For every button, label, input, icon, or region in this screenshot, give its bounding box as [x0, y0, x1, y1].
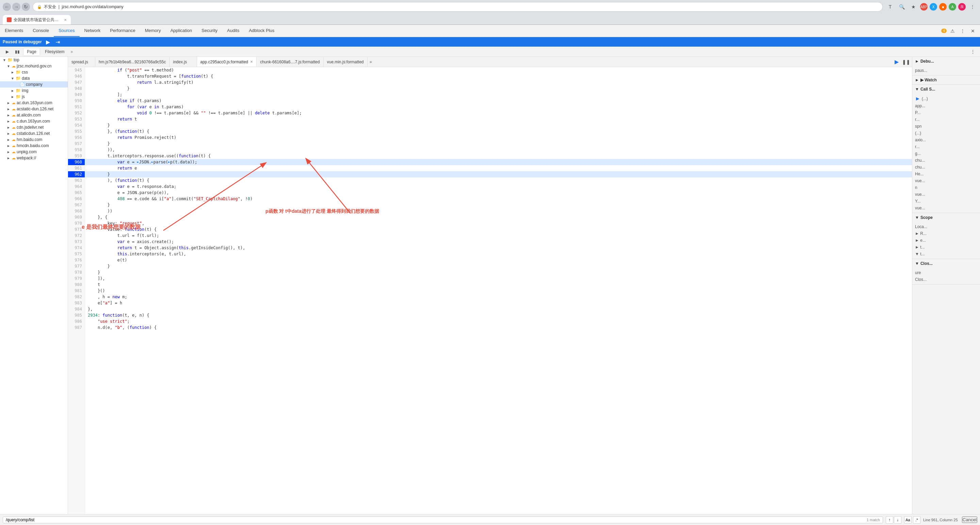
forward-button[interactable]: → [12, 3, 21, 11]
scope-section-header[interactable]: ▼ Scope [912, 213, 980, 222]
step-over-button[interactable]: ⇥ [54, 39, 61, 45]
search-next-button[interactable]: ↓ [894, 516, 901, 523]
subtab-page[interactable]: Page [23, 48, 40, 56]
match-case-button[interactable]: Aa [904, 516, 912, 523]
tab-console[interactable]: Console [28, 25, 54, 37]
code-tab-close-app[interactable]: ✕ [250, 60, 253, 64]
code-tab-vue[interactable]: vue.min.js:formatted [324, 57, 368, 67]
scope-item-e[interactable]: ► e... [915, 237, 977, 244]
scope-item-r[interactable]: ► R... [915, 230, 977, 237]
callstack-item-8[interactable]: r... [915, 143, 977, 150]
sources-format-button[interactable]: ▮▮ [13, 47, 22, 56]
code-run-button[interactable]: ▶ [892, 57, 901, 66]
tree-item-hmcdnbaidu[interactable]: ► ☁ hmcdn.baidu.com [0, 143, 68, 149]
tab-application[interactable]: Application [166, 25, 197, 37]
extension-adblock-button[interactable]: ABP [920, 3, 928, 11]
tree-item-company[interactable]: ► 📄 company [0, 81, 68, 88]
tree-item-css[interactable]: ► 📁 css [0, 69, 68, 75]
tab-security[interactable]: Security [197, 25, 222, 37]
code-tabs-more[interactable]: » [368, 57, 374, 67]
search-button[interactable]: 🔍 [897, 2, 907, 11]
search-bar[interactable]: 1 match [3, 517, 883, 523]
callstack-item-11[interactable]: chu... [915, 164, 977, 171]
code-tab-hm[interactable]: hm.js?b1b4b9ea6...92160766a9c55c [95, 57, 170, 67]
callstack-item-12[interactable]: He... [915, 171, 977, 177]
callstack-item-16[interactable]: Y... [915, 198, 977, 204]
callstack-item-1[interactable]: ► (...) [915, 95, 977, 102]
tab-audits[interactable]: Audits [222, 25, 244, 37]
code-area[interactable]: 945 946 947 948 949 950 951 952 953 954 … [68, 67, 912, 514]
callstack-item-13[interactable]: vue... [915, 177, 977, 184]
scope-item-t2[interactable]: ▼ t... [915, 251, 977, 257]
tree-item-cstatic[interactable]: ► ☁ cstaticdun.126.net [0, 131, 68, 137]
sources-menu-button[interactable]: ⋮ [969, 47, 977, 56]
tree-item-cdun[interactable]: ► ☁ c.dun.163yun.com [0, 118, 68, 124]
tab-close-button[interactable]: ✕ [64, 18, 67, 22]
tree-item-acdun[interactable]: ► ☁ ac.dun.163yun.com [0, 100, 68, 106]
callstack-item-5[interactable]: spn [915, 123, 977, 130]
callstack-item-17[interactable]: vue... [915, 204, 977, 211]
callstack-section-header[interactable]: ▼ Call S... [912, 85, 980, 94]
devtools-warning-button[interactable]: ⚠ [948, 27, 957, 35]
tree-item-alicdn[interactable]: ► ☁ at.alicdn.com [0, 112, 68, 118]
callstack-item-14[interactable]: n [915, 184, 977, 191]
devtools-close-button[interactable]: ✕ [969, 27, 977, 35]
tree-item-js[interactable]: ► 📁 js [0, 94, 68, 100]
callstack-item-15[interactable]: vue... [915, 191, 977, 198]
code-tab-app[interactable]: app.c295acc0.js:formatted ✕ [197, 57, 257, 67]
watch-section-header[interactable]: ► ▶ Watch [912, 76, 980, 85]
menu-button[interactable]: ⋮ [968, 2, 977, 11]
browser-tab-active[interactable]: 全国建筑市场监管公共服务平台 ✕ [3, 15, 71, 24]
debugger-section-header[interactable]: ► Debu... [912, 57, 980, 66]
profile-button[interactable]: A [949, 3, 956, 11]
callstack-item-2[interactable]: app... [915, 102, 977, 109]
callstack-item-10[interactable]: chu... [915, 157, 977, 164]
callstack-item-3[interactable]: P... [915, 109, 977, 116]
tab-adblock[interactable]: Adblock Plus [244, 25, 279, 37]
search-close-button[interactable]: Cancel [962, 517, 978, 523]
search-prev-button[interactable]: ↑ [886, 516, 893, 523]
code-pause-button[interactable]: ❚❚ [902, 57, 911, 66]
tree-item-hmbaidu[interactable]: ► ☁ hm.baidu.com [0, 137, 68, 143]
tab-memory[interactable]: Memory [140, 25, 166, 37]
closure-item-clos[interactable]: Clos... [915, 276, 977, 283]
tree-item-webpack[interactable]: ► ☁ webpack:// [0, 155, 68, 161]
tab-sources[interactable]: Sources [54, 25, 80, 37]
tree-item-acstatic[interactable]: ► ☁ acstatic-dun.126.net [0, 106, 68, 112]
scope-item-local[interactable]: Loca... [915, 223, 977, 230]
tab-performance[interactable]: Performance [105, 25, 140, 37]
closure-item-ure[interactable]: ure [915, 269, 977, 276]
tree-item-unpkg[interactable]: ► ☁ unpkg.com [0, 149, 68, 155]
translate-button[interactable]: T [885, 2, 895, 11]
tree-item-data[interactable]: ▼ 📁 data [0, 75, 68, 81]
closure-section-header[interactable]: ▼ Clos... [912, 259, 980, 268]
callstack-item-9[interactable]: g... [915, 150, 977, 157]
tree-item-img[interactable]: ► 📁 img [0, 88, 68, 94]
user-menu-button[interactable]: 亲 [958, 3, 966, 11]
sources-back-button[interactable]: ▶ [3, 47, 11, 56]
tab-elements[interactable]: Elements [0, 25, 28, 37]
code-tab-spread[interactable]: spread.js [68, 57, 95, 67]
extension-x-button[interactable]: X [930, 3, 937, 11]
back-button[interactable]: ← [3, 3, 11, 11]
extension-button-3[interactable]: ■ [939, 3, 947, 11]
subtab-more[interactable]: » [70, 49, 73, 54]
url-bar[interactable]: 🔒 不安全 | jzsc.mohurd.gov.cn/data/company [33, 2, 883, 11]
tree-item-cdn[interactable]: ► ☁ cdn.jsdelivr.net [0, 124, 68, 131]
callstack-item-6[interactable]: (...) [915, 130, 977, 137]
code-tab-chunk[interactable]: chunk-661608a6....7.js:formatted [256, 57, 323, 67]
callstack-item-4[interactable]: r... [915, 116, 977, 123]
regex-button[interactable]: .* [913, 516, 920, 523]
devtools-more-button[interactable]: ⋮ [958, 27, 967, 35]
tree-item-top[interactable]: ▼ 📁 top [0, 57, 68, 63]
resume-button[interactable]: ▶ [45, 39, 51, 45]
code-tab-index[interactable]: index.js [170, 57, 197, 67]
scope-item-t1[interactable]: ► t... [915, 244, 977, 251]
bookmark-button[interactable]: ★ [908, 2, 918, 11]
tree-item-domain[interactable]: ▼ ☁ jzsc.mohurd.gov.cn [0, 63, 68, 69]
callstack-item-7[interactable]: axio... [915, 137, 977, 143]
subtab-filesystem[interactable]: Filesystem [41, 48, 68, 56]
search-input[interactable] [6, 517, 867, 522]
tab-network[interactable]: Network [80, 25, 105, 37]
reload-button[interactable]: ↻ [22, 3, 30, 11]
